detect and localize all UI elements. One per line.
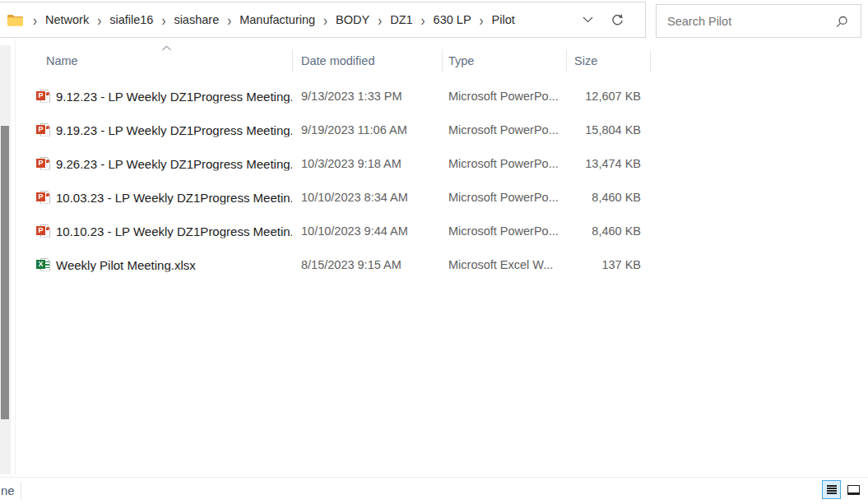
- file-list: P 9.12.23 - LP Weekly DZ1Progress Meetin…: [0, 79, 666, 281]
- file-size: 15,804 KB: [539, 123, 641, 136]
- breadcrumb-separator: ›: [227, 12, 231, 28]
- breadcrumb-separator: ›: [33, 12, 37, 28]
- file-name: 9.26.23 - LP Weekly DZ1Progress Meeting.…: [56, 156, 292, 170]
- search-input[interactable]: [657, 5, 833, 37]
- breadcrumb-item-630lp[interactable]: 630 LP: [433, 12, 472, 28]
- file-badge-letter: P: [36, 226, 45, 235]
- breadcrumb-item-manufacturing[interactable]: Manufacturing: [239, 12, 316, 28]
- file-date-modified: 10/3/2023 9:18 AM: [301, 157, 402, 170]
- address-dropdown-button[interactable]: [576, 8, 599, 31]
- powerpoint-file-icon: P: [36, 156, 51, 171]
- file-name: Weekly Pilot Meeting.xlsx: [56, 257, 292, 271]
- file-name: 9.12.23 - LP Weekly DZ1Progress Meeting.…: [56, 89, 292, 103]
- column-divider[interactable]: [650, 49, 651, 72]
- refresh-button[interactable]: [606, 8, 629, 31]
- file-row[interactable]: P 10.03.23 - LP Weekly DZ1Progress Meeti…: [0, 180, 666, 214]
- powerpoint-file-icon: P: [36, 123, 51, 137]
- breadcrumb-item-pilot[interactable]: Pilot: [491, 12, 516, 28]
- breadcrumb-item-dz1[interactable]: DZ1: [389, 12, 413, 28]
- file-name: 9.19.23 - LP Weekly DZ1Progress Meeting.…: [56, 123, 292, 136]
- file-name: 10.10.23 - LP Weekly DZ1Progress Meetin.…: [56, 224, 292, 238]
- file-badge-letter: X: [36, 260, 45, 269]
- file-date-modified: 8/15/2023 9:15 AM: [301, 258, 402, 271]
- details-view-button[interactable]: [822, 480, 841, 499]
- column-divider[interactable]: [566, 49, 567, 72]
- file-explorer-window: › Network › siafile16 › siashare › Manuf…: [0, 0, 868, 504]
- file-row[interactable]: P 9.26.23 - LP Weekly DZ1Progress Meetin…: [0, 146, 666, 180]
- powerpoint-file-icon: P: [36, 190, 51, 205]
- file-name: 10.03.23 - LP Weekly DZ1Progress Meetin.…: [56, 190, 292, 204]
- thumbnails-view-icon: [847, 485, 860, 495]
- file-badge-letter: P: [36, 125, 45, 134]
- sort-ascending-icon: [161, 45, 172, 51]
- powerpoint-file-icon: P: [36, 89, 51, 104]
- status-text-clipped: ne: [1, 483, 15, 497]
- breadcrumb-item-siafile16[interactable]: siafile16: [109, 12, 154, 28]
- breadcrumb-item-network[interactable]: Network: [44, 12, 90, 28]
- breadcrumb-separator: ›: [378, 12, 382, 28]
- file-date-modified: 9/19/2023 11:06 AM: [301, 123, 407, 136]
- column-header-size[interactable]: Size: [574, 54, 597, 67]
- file-size: 137 KB: [539, 258, 641, 271]
- column-header-type[interactable]: Type: [448, 54, 474, 67]
- column-header-row: Name Date modified Type Size: [0, 48, 658, 76]
- file-size: 8,460 KB: [539, 191, 641, 204]
- chevron-down-icon: [583, 16, 593, 23]
- column-divider[interactable]: [442, 49, 443, 72]
- breadcrumb-item-siashare[interactable]: siashare: [173, 12, 220, 28]
- breadcrumb-separator: ›: [323, 12, 327, 28]
- file-date-modified: 10/10/2023 9:44 AM: [301, 224, 408, 238]
- breadcrumb-separator: ›: [480, 12, 484, 28]
- file-row[interactable]: P 9.19.23 - LP Weekly DZ1Progress Meetin…: [0, 113, 666, 146]
- file-badge-letter: P: [36, 192, 45, 201]
- file-size: 12,607 KB: [539, 90, 641, 103]
- column-divider[interactable]: [292, 49, 293, 72]
- status-bar: ne: [0, 477, 868, 504]
- folder-icon: [7, 13, 24, 27]
- breadcrumb-separator: ›: [161, 12, 165, 28]
- excel-file-icon: X: [36, 257, 51, 272]
- file-date-modified: 9/13/2023 1:33 PM: [301, 90, 402, 103]
- breadcrumb-separator: ›: [421, 12, 425, 28]
- file-row[interactable]: P 9.12.23 - LP Weekly DZ1Progress Meetin…: [0, 79, 666, 113]
- file-row[interactable]: X Weekly Pilot Meeting.xlsx 8/15/2023 9:…: [0, 247, 666, 281]
- file-row[interactable]: P 10.10.23 - LP Weekly DZ1Progress Meeti…: [0, 214, 666, 247]
- file-badge-letter: P: [36, 159, 45, 168]
- refresh-icon: [610, 13, 624, 27]
- file-size: 13,474 KB: [539, 157, 641, 170]
- address-bar[interactable]: › Network › siafile16 › siashare › Manuf…: [0, 2, 646, 38]
- status-divider: [21, 482, 21, 499]
- file-size: 8,460 KB: [539, 224, 641, 238]
- column-header-date-modified[interactable]: Date modified: [301, 54, 374, 67]
- thumbnails-view-button[interactable]: [844, 480, 863, 499]
- breadcrumb-item-body[interactable]: BODY: [335, 12, 370, 28]
- file-badge-letter: P: [36, 91, 45, 100]
- powerpoint-file-icon: P: [36, 224, 51, 238]
- column-header-name[interactable]: Name: [46, 54, 78, 67]
- search-box: [656, 4, 861, 38]
- search-icon[interactable]: [835, 16, 848, 29]
- file-date-modified: 10/10/2023 8:34 AM: [301, 191, 408, 204]
- details-view-icon: [827, 485, 837, 494]
- breadcrumb-separator: ›: [97, 12, 101, 28]
